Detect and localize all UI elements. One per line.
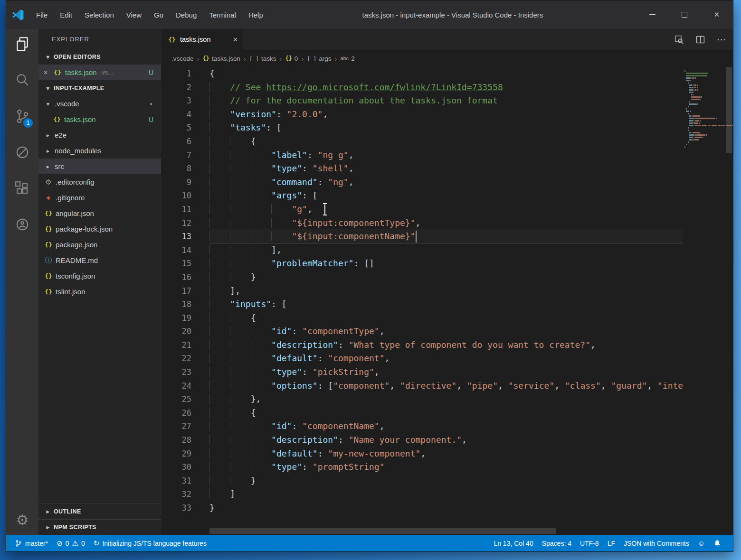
notifications-bell-icon[interactable] — [709, 535, 725, 551]
tree-item-angular-json[interactable]: {}angular.json — [38, 205, 161, 221]
minimap[interactable] — [683, 67, 723, 535]
breadcrumb-item-tasks-json[interactable]: {}tasks.json — [203, 55, 240, 62]
code-line[interactable]: 6 { — [161, 135, 683, 149]
code-line[interactable]: 32 ] — [161, 487, 683, 501]
tree-item-tsconfig-json[interactable]: {}tsconfig.json — [38, 268, 161, 284]
tree-item-readme-md[interactable]: ⓘREADME.md — [38, 252, 161, 268]
breadcrumb-item-vscode[interactable]: .vscode — [171, 55, 194, 62]
menu-help[interactable]: Help — [242, 0, 269, 29]
code-line[interactable]: 27 "id": "componentName", — [161, 420, 683, 433]
minimize-button[interactable] — [636, 0, 668, 29]
menu-edit[interactable]: Edit — [54, 0, 78, 29]
code-line[interactable]: 22 "default": "component", — [161, 352, 683, 365]
tree-item-src[interactable]: ▸src — [38, 159, 161, 174]
code-line[interactable]: 8 "type": "shell", — [161, 162, 683, 176]
horizontal-scrollbar-thumb[interactable] — [209, 528, 556, 534]
menu-debug[interactable]: Debug — [170, 0, 203, 29]
vertical-scrollbar[interactable] — [726, 67, 732, 153]
code-line[interactable]: 28 "description": "Name your component."… — [161, 433, 683, 447]
explorer-view-icon[interactable] — [14, 36, 31, 53]
manage-gear-icon[interactable]: ⚙ — [16, 513, 29, 527]
problems-item[interactable]: ⊘ 0 ⚠ 0 — [52, 535, 89, 551]
search-icon[interactable] — [14, 72, 31, 89]
code-line[interactable]: 30 "type": "promptString" — [161, 460, 683, 474]
close-editor-icon[interactable]: ✕ — [43, 69, 50, 76]
code-area[interactable]: 1{2 // See https://go.microsoft.com/fwli… — [161, 67, 733, 535]
code-line[interactable]: 20 "id": "componentType", — [161, 325, 683, 338]
workspace-root-header[interactable]: ▾ INPUT-EXAMPLE — [38, 80, 161, 96]
menu-selection[interactable]: Selection — [78, 0, 120, 29]
code-line[interactable]: 10 "args": [ — [161, 189, 683, 203]
code-line[interactable]: 7 "label": "ng g", — [161, 149, 683, 162]
maximize-button[interactable] — [668, 0, 701, 29]
breadcrumb-item-args[interactable]: [ ]args — [307, 55, 331, 62]
debug-icon[interactable] — [14, 144, 31, 161]
git-branch-item[interactable]: master* — [15, 535, 52, 551]
code-line[interactable]: 24 "options": ["component", "directive",… — [161, 379, 683, 393]
code-line[interactable]: 3 // for the documentation about the tas… — [161, 94, 683, 108]
tree-item-tasks-json[interactable]: {}tasks.jsonU — [38, 112, 161, 127]
tab-tasks-json[interactable]: {} tasks.json ✕ — [161, 29, 243, 50]
code-line[interactable]: 4 "version": "2.0.0", — [161, 108, 683, 121]
outline-section-header[interactable]: ▸ OUTLINE — [38, 504, 161, 519]
menu-go[interactable]: Go — [148, 0, 170, 29]
split-editor-icon[interactable] — [695, 35, 705, 45]
breadcrumb-item-0[interactable]: {}0 — [285, 55, 298, 62]
code-line[interactable]: 1{ — [161, 67, 683, 81]
code-line[interactable]: 18 "inputs": [ — [161, 298, 683, 311]
code-line[interactable]: 21 "description": "What type of componen… — [161, 338, 683, 352]
code-line[interactable]: 25 }, — [161, 392, 683, 406]
code-line[interactable]: 13 "${input:componentName}" — [161, 230, 683, 243]
language-mode-item[interactable]: JSON with Comments — [619, 535, 694, 551]
encoding-item[interactable]: UTF-8 — [576, 535, 603, 551]
close-window-button[interactable]: ✕ — [701, 0, 733, 29]
extra-extension-view-icon[interactable] — [14, 216, 31, 233]
code-line[interactable]: 19 { — [161, 311, 683, 325]
code-line[interactable]: 12 "${input:componentType}", — [161, 216, 683, 230]
explorer-sidebar: EXPLORER ▾ OPEN EDITORS ✕ {} tasks.json … — [38, 29, 161, 535]
warning-icon: ⚠ — [72, 540, 78, 547]
code-line[interactable]: 5 "tasks": [ — [161, 121, 683, 135]
code-line[interactable]: 29 "default": "my-new-component", — [161, 447, 683, 461]
open-editor-item-tasks-json[interactable]: ✕ {} tasks.json .vs... U — [38, 65, 161, 80]
code-line[interactable]: 17 ], — [161, 284, 683, 298]
extensions-icon[interactable] — [14, 180, 31, 197]
close-tab-icon[interactable]: ✕ — [233, 36, 238, 43]
code-line[interactable]: 33} — [161, 501, 683, 515]
tree-item-package-lock-json[interactable]: {}package-lock.json — [38, 221, 161, 237]
minimap-line — [684, 111, 723, 112]
menu-file[interactable]: File — [30, 0, 54, 29]
code-line[interactable]: 31 } — [161, 474, 683, 488]
horizontal-scrollbar[interactable] — [161, 528, 683, 534]
code-line[interactable]: 2 // See https://go.microsoft.com/fwlink… — [161, 81, 683, 94]
code-line[interactable]: 15 "problemMatcher": [] — [161, 257, 683, 271]
tree-item-vscode[interactable]: ▾.vscode● — [38, 96, 161, 112]
tree-item-gitignore[interactable]: ◆.gitignore — [38, 190, 161, 205]
line-number: 2 — [161, 81, 191, 94]
code-line[interactable]: 9 "command": "ng", — [161, 176, 683, 189]
open-changes-icon[interactable] — [674, 35, 684, 45]
eol-item[interactable]: LF — [603, 535, 619, 551]
language-status-item[interactable]: ↻ Initializing JS/TS language features — [89, 535, 211, 551]
breadcrumb-item-tasks[interactable]: [ ]tasks — [249, 55, 276, 62]
breadcrumb-item-2[interactable]: abc2 — [341, 55, 355, 62]
source-control-icon[interactable]: 1 — [14, 108, 31, 125]
tree-item-package-json[interactable]: {}package.json — [38, 237, 161, 252]
code-line[interactable]: 26 { — [161, 406, 683, 420]
open-editors-header[interactable]: ▾ OPEN EDITORS — [38, 49, 161, 65]
tree-item-e2e[interactable]: ▸e2e — [38, 127, 161, 143]
tree-item-tslint-json[interactable]: {}tslint.json — [38, 284, 161, 299]
tree-item-editorconfig[interactable]: ⚙.editorconfig — [38, 174, 161, 190]
menu-view[interactable]: View — [120, 0, 148, 29]
indentation-item[interactable]: Spaces: 4 — [538, 535, 576, 551]
cursor-position-item[interactable]: Ln 13, Col 40 — [494, 535, 537, 551]
npm-scripts-section-header[interactable]: ▸ NPM SCRIPTS — [38, 519, 161, 535]
more-actions-icon[interactable]: ⋯ — [717, 35, 726, 44]
code-line[interactable]: 11 "g", — [161, 203, 683, 216]
code-line[interactable]: 23 "type": "pickString", — [161, 365, 683, 379]
code-line[interactable]: 14 ], — [161, 243, 683, 257]
code-line[interactable]: 16 } — [161, 271, 683, 284]
tree-item-node-modules[interactable]: ▸node_modules — [38, 143, 161, 159]
menu-terminal[interactable]: Terminal — [203, 0, 242, 29]
feedback-smiley-icon[interactable]: ☺ — [694, 535, 709, 551]
